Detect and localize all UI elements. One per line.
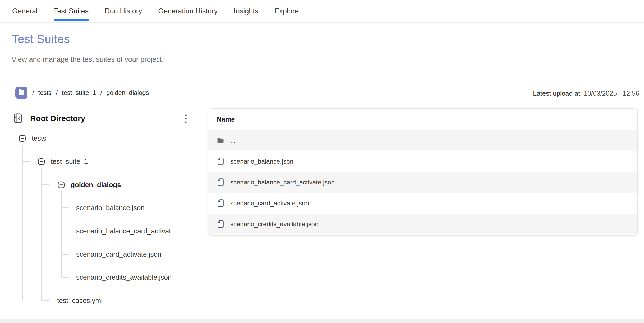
breadcrumb: / tests / test_suite_1 / golden_dialogs (15, 87, 149, 99)
tree-node-label: scenario_credits_available.json (76, 273, 172, 282)
tree-node-scenario-balance-card-activate[interactable]: scenario_balance_card_activat... (76, 226, 177, 236)
tree-connector (22, 161, 30, 162)
tree-node-label: golden_dialogs (71, 181, 121, 189)
tree-node-test-cases-yml[interactable]: test_cases.yml (57, 295, 103, 306)
folder-icon (18, 89, 25, 97)
breadcrumb-separator: / (56, 89, 58, 96)
breadcrumb-segment-test-suite-1[interactable]: test_suite_1 (62, 89, 96, 96)
file-icon (217, 220, 224, 228)
table-row-scenario-balance[interactable]: scenario_balance.json (208, 151, 637, 172)
tree-node-label: test_cases.yml (57, 297, 103, 305)
tree-connector (41, 184, 49, 185)
table-cell-name: scenario_balance_card_activate.json (230, 179, 335, 186)
breadcrumb-root-button[interactable] (15, 87, 27, 99)
page-subtitle: View and manage the test suites of your … (12, 56, 164, 64)
latest-upload-label: Latest upload at: (533, 90, 582, 97)
tree-node-label: scenario_balance.json (76, 204, 145, 212)
tree-guide-line (61, 191, 62, 277)
table-cell-name: ... (230, 137, 236, 144)
table-cell-name: scenario_balance.json (230, 158, 293, 165)
tab-test-suites[interactable]: Test Suites (54, 0, 89, 22)
latest-upload-value: 10/03/2025 - 12:56 (584, 90, 639, 97)
page-left-border (3, 0, 3, 323)
tree-node-label: scenario_balance_card_activat... (76, 227, 177, 235)
kebab-menu-icon[interactable] (183, 114, 189, 125)
tab-explore[interactable]: Explore (274, 0, 299, 22)
collapse-panel-icon[interactable] (14, 113, 22, 124)
tree-connector (41, 300, 50, 301)
file-icon (217, 199, 224, 207)
tab-general[interactable]: General (12, 0, 38, 22)
table-row-scenario-balance-card-activate[interactable]: scenario_balance_card_activate.json (208, 172, 637, 193)
table-cell-name: scenario_card_activate.json (230, 200, 309, 207)
latest-upload-timestamp: Latest upload at: 10/03/2025 - 12:56 (533, 90, 639, 97)
tree-connector (61, 207, 69, 208)
table-header-name: Name (208, 109, 637, 130)
tab-generation-history[interactable]: Generation History (158, 0, 218, 22)
minus-square-icon[interactable] (19, 135, 26, 142)
page-title: Test Suites (12, 32, 70, 46)
breadcrumb-separator: / (100, 89, 102, 96)
tree-node-label: test_suite_1 (51, 158, 88, 166)
tree-node-scenario-card-activate[interactable]: scenario_card_activate.json (76, 249, 161, 260)
minus-square-icon[interactable] (38, 158, 45, 165)
breadcrumb-separator: / (32, 89, 34, 96)
breadcrumb-segment-tests[interactable]: tests (38, 89, 52, 96)
minus-square-icon[interactable] (58, 181, 65, 188)
tree-node-label: scenario_card_activate.json (76, 250, 161, 259)
table-row-scenario-credits-available[interactable]: scenario_credits_available.json (208, 214, 637, 234)
panel-separator (200, 108, 200, 316)
tree-node-scenario-credits-available[interactable]: scenario_credits_available.json (76, 272, 172, 283)
tree-connector (61, 277, 69, 278)
tree-node-tests[interactable]: tests (19, 133, 46, 144)
file-table: Name ... scenario_balance.json scenario_… (208, 108, 638, 236)
tree-connector (61, 254, 69, 255)
table-row-scenario-card-activate[interactable]: scenario_card_activate.json (208, 193, 637, 214)
folder-icon (217, 137, 224, 144)
tree-guide-line (41, 168, 42, 301)
test-suites-page: General Test Suites Run History Generati… (0, 0, 644, 323)
table-row-parent-dir[interactable]: ... (208, 130, 637, 151)
file-icon (217, 157, 224, 165)
tree-node-golden-dialogs[interactable]: golden_dialogs (58, 179, 121, 190)
tree-panel-title: Root Directory (30, 114, 85, 123)
breadcrumb-segment-golden-dialogs[interactable]: golden_dialogs (106, 89, 149, 96)
file-icon (217, 178, 224, 186)
table-cell-name: scenario_credits_available.json (230, 220, 319, 228)
tree-node-test-suite-1[interactable]: test_suite_1 (38, 156, 88, 167)
tree-node-scenario-balance[interactable]: scenario_balance.json (76, 202, 145, 213)
tab-run-history[interactable]: Run History (105, 0, 142, 22)
tab-insights[interactable]: Insights (234, 0, 258, 22)
horizontal-scrollbar-track[interactable] (0, 319, 644, 323)
tree-node-label: tests (32, 134, 46, 142)
top-tab-bar: General Test Suites Run History Generati… (0, 0, 644, 23)
tree-guide-line (22, 145, 23, 301)
tree-connector (61, 231, 69, 231)
